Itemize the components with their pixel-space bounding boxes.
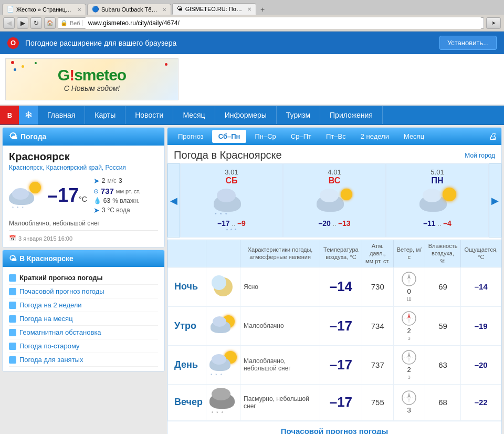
reload-button[interactable]: ↻ bbox=[30, 17, 42, 29]
pressure-morning: 734 bbox=[362, 306, 393, 345]
nav-tourism[interactable]: Туризм bbox=[277, 106, 320, 124]
back-button[interactable]: ◀ bbox=[3, 17, 15, 29]
pressure-detail: ⊙ 737 мм рт. ст. bbox=[93, 187, 140, 195]
day-0-icon: * * * bbox=[213, 188, 250, 217]
link-icon-7 bbox=[9, 356, 16, 364]
wind-compass-morning bbox=[402, 311, 416, 326]
icon-morning bbox=[206, 306, 240, 345]
link-2weeks[interactable]: Погода на 2 недели bbox=[9, 298, 158, 312]
new-tab-button[interactable]: + bbox=[257, 4, 268, 15]
tab-2-close[interactable]: ✕ bbox=[162, 7, 166, 13]
link-icon-3 bbox=[9, 302, 16, 309]
nav-month[interactable]: Месяц bbox=[173, 106, 215, 124]
tab-pn-sr[interactable]: Пн–Ср bbox=[248, 130, 282, 143]
install-button[interactable]: Установить... bbox=[439, 36, 497, 50]
weather-panel-icon: 🌤 bbox=[9, 132, 17, 141]
content-area: 🌤 Погода Красноярск Красноярск, Краснояр… bbox=[0, 125, 504, 434]
day-0-snow: * * * bbox=[226, 228, 237, 233]
weather-panel-body: Красноярск Красноярск, Красноярский край… bbox=[3, 146, 164, 247]
wind-cell-night: 0 Ш bbox=[397, 272, 422, 302]
print-icon[interactable]: 🖨 bbox=[489, 132, 497, 141]
tab-sb-pn[interactable]: Сб–Пн bbox=[212, 130, 247, 143]
tab-3-title: GISMETEO.RU: Погода ... bbox=[185, 6, 243, 12]
tab-1[interactable]: 📄 Жестко » Страница 2 ✕ bbox=[2, 4, 86, 15]
feels-day: –20 bbox=[461, 345, 501, 384]
row-night: Ночь Ясно –14 730 bbox=[168, 267, 501, 306]
weather-description: Малооблачно, небольшой снег bbox=[9, 220, 158, 227]
day-cards: 3.01 СБ * * * –17 .. –9 * bbox=[180, 163, 489, 237]
temp-display: –17°С bbox=[47, 184, 87, 206]
region-link[interactable]: Красноярский край bbox=[46, 164, 102, 171]
opera-nav-btn[interactable]: B bbox=[0, 106, 19, 125]
moon-icon bbox=[212, 275, 235, 298]
tab-3-close[interactable]: ✕ bbox=[247, 6, 251, 12]
pressure-night: 730 bbox=[362, 267, 393, 306]
day-card-0[interactable]: 3.01 СБ * * * –17 .. –9 * bbox=[180, 163, 283, 237]
forecast-tabs: Прогноз Сб–Пн Пн–Ср Ср–Пт Пт–Вс 2 недели… bbox=[167, 128, 501, 145]
feels-evening: –22 bbox=[461, 384, 501, 420]
day-1-date: 4.01 bbox=[328, 168, 341, 176]
go-button[interactable]: ➤ bbox=[486, 17, 501, 29]
address-bar[interactable] bbox=[85, 17, 481, 29]
tab-2-title: Subaru Outback Тём... bbox=[101, 6, 158, 13]
time-morning: Утро bbox=[168, 306, 206, 345]
day-2-min: –11 bbox=[423, 219, 435, 228]
day-1-min: –20 bbox=[318, 219, 330, 228]
th-wind: Ветер, м/с bbox=[393, 240, 425, 267]
security-icon: 🔒 bbox=[60, 19, 68, 26]
condition-morning: Малооблачно bbox=[240, 306, 320, 345]
city-panel-title: В Красноярске bbox=[19, 254, 74, 263]
nav-informers[interactable]: Информеры bbox=[215, 106, 277, 124]
wind-speed-morning: 2 bbox=[407, 327, 411, 335]
humidity-icon: 💧 bbox=[93, 197, 101, 204]
nav-apps[interactable]: Приложения bbox=[320, 106, 383, 124]
condition-day: Малооблачно, небольшой снег bbox=[240, 345, 320, 384]
site-wrapper: G!smeteo С Новым годом! B ❄ Главная Карт… bbox=[0, 54, 504, 434]
nav-home[interactable]: Главная bbox=[38, 106, 85, 124]
temp-evening: –17 bbox=[320, 384, 362, 420]
home-button[interactable]: 🏠 bbox=[44, 17, 56, 29]
link-hourly[interactable]: Почасовой прогноз погоды bbox=[9, 285, 158, 298]
tab-prognoz[interactable]: Прогноз bbox=[172, 130, 210, 143]
nav-maps[interactable]: Карты bbox=[85, 106, 125, 124]
feels-morning: –19 bbox=[461, 306, 501, 345]
tab-2weeks[interactable]: 2 недели bbox=[354, 130, 395, 143]
current-date: 3 января 2015 16:00 bbox=[18, 235, 72, 242]
link-busy[interactable]: Погода для занятых bbox=[9, 353, 158, 367]
wind-detail: ➤ 2 м/с 3 bbox=[93, 177, 140, 185]
city-panel: 🌤 В Красноярске Краткий прогноз погоды П… bbox=[2, 250, 165, 371]
day-card-2[interactable]: 5.01 ПН –11 .. –4 bbox=[386, 163, 489, 237]
tab-1-close[interactable]: ✕ bbox=[77, 7, 81, 13]
humidity-morning: 59 bbox=[425, 306, 461, 345]
day-card-1[interactable]: 4.01 ВС –20 .. –13 bbox=[283, 163, 386, 237]
wind-speed-evening: 3 bbox=[407, 406, 411, 414]
tab-2[interactable]: 🔵 Subaru Outback Тём... ✕ bbox=[87, 4, 171, 15]
city-link[interactable]: Красноярск bbox=[9, 164, 43, 171]
link-old-style[interactable]: Погода по-старому bbox=[9, 339, 158, 353]
svg-marker-2 bbox=[407, 279, 411, 284]
time-night: Ночь bbox=[168, 267, 206, 306]
nav-snowflake-btn[interactable]: ❄ bbox=[19, 106, 38, 125]
wind-evening: 3 bbox=[393, 384, 425, 420]
opera-icon: O bbox=[7, 37, 19, 49]
wind-compass-day bbox=[402, 350, 416, 365]
tab-month[interactable]: Месяц bbox=[397, 130, 430, 143]
day-2-icon bbox=[418, 188, 456, 217]
link-brief[interactable]: Краткий прогноз погоды bbox=[9, 271, 158, 285]
nav-news[interactable]: Новости bbox=[125, 106, 173, 124]
prev-day-nav[interactable]: ◀ bbox=[167, 163, 180, 237]
next-day-nav[interactable]: ▶ bbox=[489, 163, 501, 237]
tab-pt-vs[interactable]: Пт–Вс bbox=[320, 130, 352, 143]
humidity-day: 63 bbox=[425, 345, 461, 384]
hourly-link-text[interactable]: Почасовой прогноз погоды bbox=[281, 427, 388, 434]
wind-cell-evening: 3 bbox=[397, 390, 422, 414]
tab-sr-pt[interactable]: Ср–Пт bbox=[285, 130, 318, 143]
link-geomag[interactable]: Геомагнитная обстановка bbox=[9, 326, 158, 339]
hourly-link[interactable]: Почасовой прогноз погоды bbox=[167, 421, 501, 434]
city-panel-icon: 🌤 bbox=[9, 254, 16, 263]
my-city-link[interactable]: Мой город bbox=[465, 152, 495, 159]
tab-3[interactable]: 🌤 GISMETEO.RU: Погода ... ✕ bbox=[172, 3, 256, 15]
forward-button[interactable]: ▶ bbox=[17, 17, 28, 29]
link-month[interactable]: Погода на месяц bbox=[9, 312, 158, 326]
country-link[interactable]: Россия bbox=[106, 164, 126, 171]
